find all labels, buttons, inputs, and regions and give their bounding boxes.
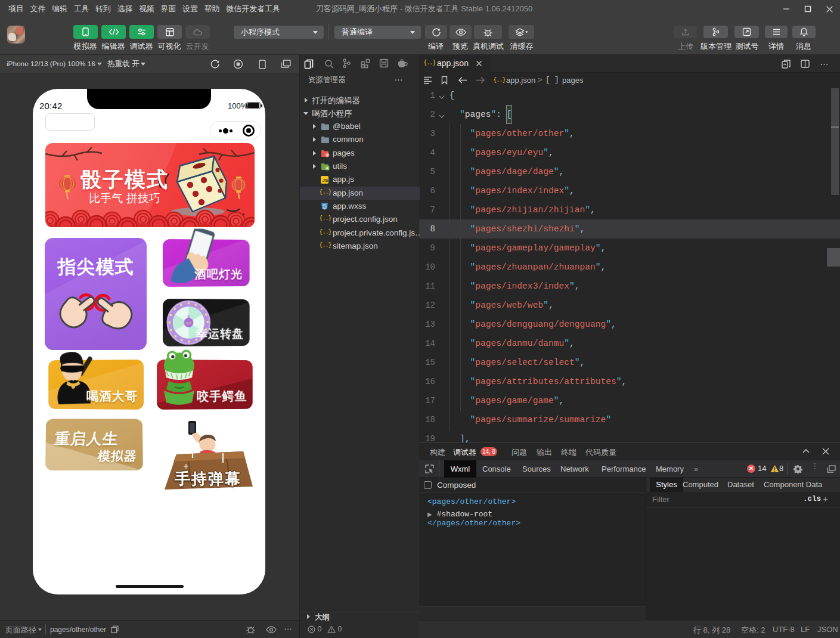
svg-text:GO: GO bbox=[186, 321, 191, 325]
